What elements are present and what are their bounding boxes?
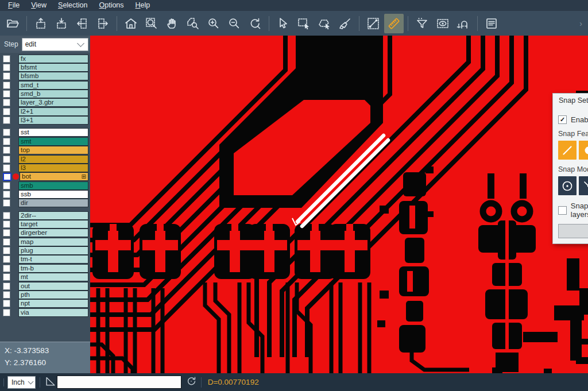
layer-row[interactable]: bfsmb⊞ bbox=[0, 72, 90, 80]
zoom-in-icon[interactable] bbox=[204, 14, 223, 33]
layer-label[interactable]: map⊞ bbox=[18, 238, 88, 246]
layer-row[interactable]: smd_t⊞ bbox=[0, 81, 90, 89]
layer-row[interactable]: mt⊞ bbox=[0, 273, 90, 281]
layer-visibility-checkbox[interactable] bbox=[3, 212, 10, 219]
layer-row[interactable]: l3+1⊞ bbox=[0, 117, 90, 125]
command-input-field[interactable] bbox=[60, 376, 181, 389]
menu-options[interactable]: Options bbox=[93, 0, 129, 11]
layer-row[interactable]: smt⊞ bbox=[0, 137, 90, 145]
view-window-icon[interactable] bbox=[433, 14, 452, 33]
angle-mode-icon[interactable] bbox=[44, 375, 57, 390]
dialog-titlebar[interactable]: Snap Settings x bbox=[553, 94, 588, 107]
layer-visibility-checkbox[interactable] bbox=[3, 220, 10, 228]
layer-row[interactable]: 2dir--⊞ bbox=[0, 211, 90, 219]
layer-label[interactable]: tm-b⊞ bbox=[18, 264, 88, 273]
layer-row[interactable]: dir⊞ bbox=[0, 199, 90, 207]
layer-row[interactable]: tm-t⊞ bbox=[0, 255, 90, 264]
menu-view[interactable]: View bbox=[25, 0, 52, 11]
snap-midpoint-button[interactable] bbox=[579, 176, 588, 195]
import-down-icon[interactable] bbox=[52, 14, 71, 33]
layer-label[interactable]: tm-t⊞ bbox=[18, 255, 88, 264]
layer-label[interactable]: plug⊞ bbox=[18, 246, 88, 255]
layer-row[interactable]: top⊞ bbox=[0, 146, 90, 154]
unit-select[interactable]: Inch bbox=[7, 376, 36, 389]
layer-row[interactable]: l2⊞ bbox=[0, 155, 90, 163]
layer-label[interactable]: dir⊞ bbox=[18, 199, 88, 207]
pcb-canvas[interactable]: Snap Settings x ✓ Enable Snapping Snap F… bbox=[90, 36, 588, 373]
open-file-icon[interactable] bbox=[3, 14, 22, 33]
pan-hand-icon[interactable] bbox=[163, 14, 182, 33]
snap-line-button[interactable] bbox=[558, 141, 577, 160]
layer-row[interactable]: target⊞ bbox=[0, 220, 90, 228]
select-polygon-icon[interactable] bbox=[315, 14, 334, 33]
layer-visibility-checkbox[interactable] bbox=[3, 82, 10, 89]
layer-visibility-checkbox[interactable] bbox=[3, 173, 11, 181]
zoom-previous-icon[interactable] bbox=[245, 14, 265, 33]
layer-label[interactable]: 2dir--⊞ bbox=[18, 211, 88, 220]
layer-visibility-checkbox[interactable] bbox=[3, 90, 10, 98]
all-layers-row[interactable]: ✓ Snap to all displayed layers bbox=[558, 202, 588, 219]
layer-label[interactable]: via⊞ bbox=[18, 308, 88, 317]
layer-label[interactable]: l2⊞ bbox=[18, 155, 88, 164]
select-window-icon[interactable] bbox=[294, 14, 314, 33]
snap-center-button[interactable] bbox=[558, 176, 577, 195]
layer-row[interactable]: pth⊞ bbox=[0, 291, 90, 299]
layer-row[interactable]: bfsmt⊞ bbox=[0, 63, 90, 71]
layer-visibility-checkbox[interactable] bbox=[3, 55, 10, 63]
layer-visibility-checkbox[interactable] bbox=[3, 117, 10, 124]
measure-ruler-icon[interactable] bbox=[384, 14, 404, 33]
select-pointer-icon[interactable] bbox=[273, 14, 293, 33]
layer-label[interactable]: l3⊞ bbox=[18, 164, 88, 172]
layer-visibility-checkbox[interactable] bbox=[3, 191, 10, 198]
layer-row[interactable]: fx⊞ bbox=[0, 55, 90, 63]
layer-row[interactable]: bot⊞ bbox=[0, 173, 90, 181]
import-left-icon[interactable] bbox=[72, 14, 92, 33]
layer-row[interactable]: via⊞ bbox=[0, 308, 90, 316]
layer-visibility-checkbox[interactable] bbox=[3, 255, 10, 263]
layer-row[interactable]: dirgerber⊞ bbox=[0, 229, 90, 237]
enable-snapping-row[interactable]: ✓ Enable Snapping bbox=[558, 115, 588, 124]
snap-magnet-icon[interactable] bbox=[454, 14, 473, 33]
layer-label[interactable]: pth⊞ bbox=[18, 291, 88, 299]
layer-visibility-checkbox[interactable] bbox=[3, 282, 10, 290]
layer-visibility-checkbox[interactable] bbox=[3, 265, 10, 272]
layer-label[interactable]: bot⊞ bbox=[20, 172, 88, 181]
filter-icon[interactable] bbox=[412, 14, 432, 33]
command-input[interactable] bbox=[57, 375, 181, 389]
snap-circle-button[interactable] bbox=[579, 141, 588, 160]
layer-visibility-checkbox[interactable] bbox=[3, 229, 10, 237]
all-layers-checkbox[interactable]: ✓ bbox=[558, 206, 567, 215]
layer-label[interactable]: smb⊞ bbox=[18, 181, 88, 190]
menu-selection[interactable]: Selection bbox=[52, 0, 93, 11]
layer-visibility-checkbox[interactable] bbox=[3, 138, 10, 145]
layer-visibility-checkbox[interactable] bbox=[3, 273, 10, 281]
zoom-window-icon[interactable] bbox=[142, 14, 161, 33]
menu-help[interactable]: Help bbox=[130, 0, 156, 11]
layer-label[interactable]: sst⊞ bbox=[18, 128, 88, 137]
enable-snapping-checkbox[interactable]: ✓ bbox=[558, 115, 567, 124]
layer-label[interactable]: smd_b⊞ bbox=[18, 90, 88, 98]
layer-label[interactable]: out⊞ bbox=[18, 282, 88, 291]
zoom-polygon-icon[interactable] bbox=[183, 14, 203, 33]
layer-visibility-checkbox[interactable] bbox=[3, 309, 10, 316]
layer-label[interactable]: layer_3.gbr⊞ bbox=[18, 98, 88, 107]
layer-label[interactable]: top⊞ bbox=[18, 146, 88, 154]
layer-row[interactable]: sst⊞ bbox=[0, 129, 90, 137]
layer-visibility-checkbox[interactable] bbox=[3, 291, 10, 299]
layer-row[interactable]: l3⊞ bbox=[0, 164, 90, 172]
layer-label[interactable]: smd_t⊞ bbox=[18, 81, 88, 90]
layer-row[interactable]: npt⊞ bbox=[0, 300, 90, 308]
import-right-icon[interactable] bbox=[93, 14, 113, 33]
layer-row[interactable]: ssb⊞ bbox=[0, 190, 90, 198]
clear-brush-icon[interactable] bbox=[335, 14, 355, 33]
layer-visibility-checkbox[interactable] bbox=[3, 199, 10, 207]
layer-label[interactable]: npt⊞ bbox=[18, 299, 88, 308]
layer-row[interactable]: l2+1⊞ bbox=[0, 107, 90, 115]
layer-visibility-checkbox[interactable] bbox=[3, 182, 10, 189]
layer-visibility-checkbox[interactable] bbox=[3, 300, 10, 307]
layer-label[interactable]: dirgerber⊞ bbox=[18, 229, 88, 237]
layer-row[interactable]: layer_3.gbr⊞ bbox=[0, 99, 90, 107]
layer-label[interactable]: l2+1⊞ bbox=[18, 107, 88, 116]
layer-label[interactable]: l3+1⊞ bbox=[18, 116, 88, 125]
layer-label[interactable]: ssb⊞ bbox=[18, 190, 88, 199]
